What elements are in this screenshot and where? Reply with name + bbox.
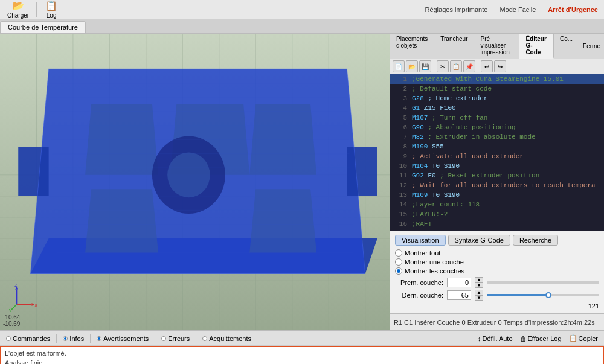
dern-couche-label: Dern. couche:	[395, 292, 443, 299]
tab-placements[interactable]: Placements d'objets	[390, 34, 434, 59]
log-tab-infos[interactable]: Infos	[60, 334, 86, 343]
log-avertissements-radio[interactable]	[97, 336, 101, 341]
dern-couche-up[interactable]: ▲	[475, 290, 483, 295]
log-tab-erreurs[interactable]: Erreurs	[159, 334, 192, 343]
vis-panel: Visualisation Syntaxe G-Code Recherche M…	[390, 231, 604, 313]
gcode-line-8[interactable]: 8 M190 S55	[390, 142, 604, 152]
svg-text:x: x	[35, 302, 38, 308]
gcode-cut-btn[interactable]: ✂	[437, 60, 449, 72]
dern-couche-row: Dern. couche: ▲ ▼	[395, 290, 599, 301]
arret-urgence-button[interactable]: Arrêt d'Urgence	[544, 5, 602, 14]
radio-montrer-couche[interactable]: Montrer une couche	[395, 258, 599, 266]
svg-marker-26	[18, 147, 48, 196]
defil-auto-icon: ↕	[478, 335, 481, 342]
gcode-sep2	[478, 62, 478, 71]
gcode-line-16[interactable]: 16 ;RAFT	[390, 219, 604, 229]
log-commandes-radio[interactable]	[6, 336, 11, 341]
gcode-line-3[interactable]: 3 G28 ; Home extruder	[390, 94, 604, 103]
log-sep-3	[155, 334, 155, 343]
dern-couche-down[interactable]: ▼	[475, 295, 483, 301]
gcode-save-btn[interactable]: 💾	[419, 60, 431, 72]
coordinates: -10.64 -10.69	[3, 314, 20, 327]
vis-tab-recherche[interactable]: Recherche	[513, 235, 558, 246]
charger-button[interactable]: 📂 Charger	[2, 0, 34, 20]
tab-co[interactable]: Co...	[554, 34, 579, 59]
effacer-log-button[interactable]: 🗑 Effacer Log	[518, 334, 564, 343]
vis-tab-syntaxe[interactable]: Syntaxe G-Code	[448, 235, 510, 246]
prem-couche-slider[interactable]	[487, 281, 599, 284]
gcode-line-10[interactable]: 10 M104 T0 S190	[390, 161, 604, 171]
axes-indicator: x z y	[9, 282, 39, 312]
gcode-line-5[interactable]: 5 M107 ; Turn off fan	[390, 113, 604, 123]
gcode-line-2[interactable]: 2 ; Default start code	[390, 84, 604, 94]
prem-couche-input[interactable]	[447, 278, 471, 287]
main-area: x z y -10.64 -10.69 Placements d'objets …	[0, 34, 604, 330]
vis-radio-group: Montrer tout Montrer une couche Montrer …	[395, 249, 599, 275]
gcode-open-btn[interactable]: 📂	[406, 60, 418, 72]
log-infos-radio[interactable]	[63, 336, 68, 341]
log-sep-2	[90, 334, 91, 343]
radio-montrer-tout-circle[interactable]	[395, 249, 402, 257]
charger-icon: 📂	[12, 0, 24, 11]
dern-couche-slider[interactable]	[487, 294, 599, 296]
log-tab-commandes[interactable]: Commandes	[4, 334, 53, 343]
gcode-paste-btn[interactable]: 📌	[463, 60, 475, 72]
defil-auto-button[interactable]: ↕ Défil. Auto	[475, 334, 515, 343]
gcode-line-15[interactable]: 15 ;LAYER:-2	[390, 209, 604, 219]
tab-bar: Courbe de Température	[0, 19, 604, 34]
right-panel: Placements d'objets Trancheur Pré visual…	[390, 34, 604, 330]
copier-button[interactable]: 📋 Copier	[567, 334, 600, 343]
log-erreurs-radio[interactable]	[161, 336, 166, 341]
prem-couche-row: Prem. couche: ▲ ▼	[395, 277, 599, 288]
gcode-line-7[interactable]: 7 M82 ; Extruder in absolute mode	[390, 132, 604, 142]
ferme-button[interactable]: Ferme	[579, 42, 604, 51]
gcode-undo-btn[interactable]: ↩	[481, 60, 493, 72]
gcode-copy-btn[interactable]: 📋	[450, 60, 462, 72]
tab-trancheur[interactable]: Trancheur	[434, 34, 474, 59]
log-content[interactable]: L'objet est malformé. Analyse finie.	[0, 346, 604, 364]
gcode-sep1	[434, 62, 434, 71]
gcode-redo-btn[interactable]: ↪	[494, 60, 506, 72]
right-tabs-bar: Placements d'objets Trancheur Pré visual…	[390, 34, 604, 59]
3d-viewport[interactable]: x z y -10.64 -10.69	[0, 34, 390, 330]
top-toolbar: 📂 Charger 📋 Log Réglages imprimante Mode…	[0, 0, 604, 19]
gcode-line-6[interactable]: 6 G90 ; Absolute positioning	[390, 123, 604, 132]
log-acquittements-radio[interactable]	[202, 336, 207, 341]
gcode-line-4[interactable]: 4 G1 Z15 F100	[390, 103, 604, 113]
log-tab-acquittements[interactable]: Acquittements	[200, 334, 254, 343]
prem-couche-up[interactable]: ▲	[475, 277, 483, 283]
radio-montrer-tout[interactable]: Montrer tout	[395, 249, 599, 257]
svg-line-48	[11, 305, 16, 310]
mode-facile-button[interactable]: Mode Facile	[496, 5, 539, 14]
gcode-line-9[interactable]: 9 ; Activate all used extruder	[390, 152, 604, 161]
prem-couche-stepper: ▲ ▼	[475, 277, 483, 288]
radio-montrer-couches-circle[interactable]	[395, 267, 402, 275]
gcode-line-11[interactable]: 11 G92 E0 ; Reset extruder position	[390, 171, 604, 180]
svg-marker-22	[85, 189, 158, 252]
gcode-line-14[interactable]: 14 ;Layer count: 118	[390, 200, 604, 209]
dern-couche-slider-thumb[interactable]	[545, 292, 551, 298]
gcode-line-12[interactable]: 12 ; Wait for all used extruders to reac…	[390, 180, 604, 190]
radio-montrer-couches[interactable]: Montrer les couches	[395, 267, 599, 275]
tab-editeur-gcode[interactable]: Éditeur G-Code	[519, 34, 554, 59]
tab-courbe-temperature[interactable]: Courbe de Température	[0, 21, 86, 33]
layer-count: 121	[395, 302, 599, 310]
gcode-new-btn[interactable]: 📄	[393, 60, 405, 72]
gcode-line-13[interactable]: 13 M109 T0 S190	[390, 190, 604, 200]
log-tab-avertissements[interactable]: Avertissements	[94, 334, 151, 343]
log-button[interactable]: 📋 Log	[39, 0, 63, 20]
vis-tab-visualisation[interactable]: Visualisation	[395, 235, 446, 246]
right-status-bar: R1 C1 Insérer Couche 0 Extrudeur 0 Temps…	[390, 313, 604, 330]
tab-previsualiser[interactable]: Pré visualiser impression	[474, 34, 519, 59]
dern-couche-input[interactable]	[447, 290, 471, 300]
gcode-toolbar: 📄 📂 💾 ✂ 📋 📌 ↩ ↪	[390, 59, 604, 74]
reglages-button[interactable]: Réglages imprimante	[421, 5, 491, 14]
prem-couche-down[interactable]: ▼	[475, 283, 483, 288]
log-icon: 📋	[45, 0, 57, 11]
gcode-editor[interactable]: 1 ;Generated with Cura_SteamEngine 15.01…	[390, 74, 604, 231]
radio-montrer-couche-circle[interactable]	[395, 258, 402, 266]
toolbar-right: Réglages imprimante Mode Facile Arrêt d'…	[421, 5, 602, 14]
copier-icon: 📋	[569, 334, 577, 342]
svg-marker-27	[347, 147, 377, 196]
gcode-line-1[interactable]: 1 ;Generated with Cura_SteamEngine 15.01	[390, 74, 604, 84]
